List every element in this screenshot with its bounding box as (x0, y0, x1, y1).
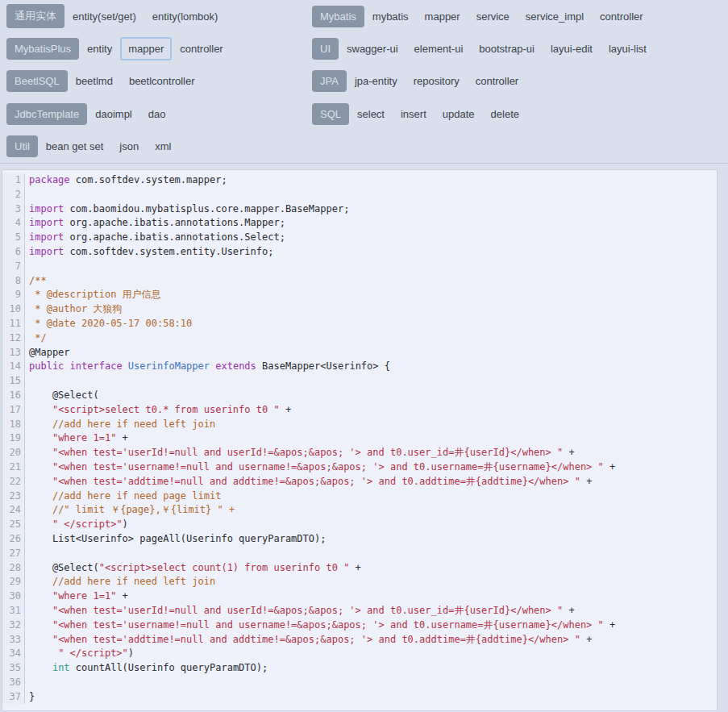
line-number: 17 (2, 403, 25, 418)
code-editor[interactable]: 1package com.softdev.system.mapper;23imp… (2, 170, 717, 704)
code-line: 26 List<Userinfo> pageAll(Userinfo query… (2, 532, 717, 547)
template-item[interactable]: mapper (417, 5, 468, 28)
code-line: 13@Mapper (2, 346, 717, 360)
code-line: 21 "<when test='username!=null and usern… (2, 460, 717, 475)
code-line: 23 //add here if need page limit (2, 489, 717, 504)
template-item[interactable]: insert (393, 102, 435, 126)
line-number: 27 (2, 547, 25, 561)
line-content: @Select( (25, 389, 99, 403)
line-number: 36 (2, 676, 25, 690)
template-item-selected[interactable]: mapper (120, 37, 172, 60)
template-item[interactable]: mybatis (364, 5, 417, 28)
line-content: */ (25, 331, 47, 346)
code-line: 16 @Select( (2, 389, 717, 403)
template-item[interactable]: entity (79, 37, 120, 60)
template-group: JdbcTemplatedaoimpldao (6, 98, 312, 130)
line-number: 16 (2, 389, 25, 403)
line-content: "<script>select t0.* from userinfo t0 " … (25, 403, 291, 418)
line-content: //add here if need left join (25, 418, 215, 432)
code-line: 28 @Select("<script>select count(1) from… (2, 561, 717, 576)
template-item[interactable]: service (468, 5, 518, 28)
line-number: 15 (2, 374, 25, 389)
line-number: 32 (2, 618, 25, 633)
template-group: MybatisPlusentitymappercontroller (6, 32, 312, 65)
line-content: "<when test='userId!=null and userId!=&a… (25, 446, 575, 460)
line-number: 13 (2, 346, 25, 360)
line-content: //add here if need left join (25, 575, 215, 589)
template-item[interactable]: layui-edit (543, 37, 601, 60)
template-item[interactable]: json (111, 135, 147, 158)
code-line: 11 * @date 2020-05-17 00:58:10 (2, 317, 717, 331)
code-line: 15 (2, 374, 717, 389)
code-line: 37} (2, 690, 717, 705)
toolbar-right-column: Mybatismybatismapperserviceservice_implc… (312, 0, 722, 163)
line-content: //" limit ￥{page},￥{limit} " + (25, 503, 235, 518)
line-number: 11 (2, 317, 25, 331)
template-group: UIswagger-uielement-uibootstrap-uilayui-… (312, 32, 722, 65)
template-item[interactable]: controller (592, 5, 651, 28)
template-toolbar: 通用实体entity(set/get)entity(lombok)Mybatis… (0, 0, 728, 164)
template-item[interactable]: beetlcontroller (121, 69, 203, 93)
template-item[interactable]: controller (172, 37, 231, 60)
template-group: SQLselectinsertupdatedelete (312, 98, 722, 130)
template-item[interactable]: element-ui (406, 37, 472, 60)
template-item[interactable]: dao (140, 102, 174, 126)
line-number: 19 (2, 431, 25, 446)
code-line: 31 "<when test='userId!=null and userId!… (2, 604, 717, 618)
group-label-button[interactable]: MybatisPlus (6, 38, 79, 60)
line-content: @Select("<script>select count(1) from us… (25, 561, 361, 576)
code-line: 12 */ (2, 331, 717, 346)
template-item[interactable]: service_impl (518, 5, 592, 28)
group-label-button[interactable]: UI (312, 38, 339, 60)
group-label-button[interactable]: SQL (312, 103, 349, 125)
template-item[interactable]: layui-list (601, 37, 655, 60)
line-content: "<when test='username!=null and username… (25, 618, 615, 633)
template-item[interactable]: beetlmd (68, 69, 121, 93)
line-content: int countAll(Userinfo queryParamDTO); (25, 661, 268, 676)
template-item[interactable]: bootstrap-ui (471, 37, 543, 60)
line-content (25, 188, 29, 202)
code-line: 6import com.softdev.system.entity.Userin… (2, 245, 717, 260)
group-label-button[interactable]: 通用实体 (6, 4, 64, 28)
template-item[interactable]: entity(lombok) (144, 5, 227, 28)
line-content: * @date 2020-05-17 00:58:10 (25, 317, 192, 331)
group-label-button[interactable]: JdbcTemplate (6, 103, 87, 125)
line-number: 8 (2, 274, 25, 289)
code-line: 3import com.baomidou.mybatisplus.core.ma… (2, 202, 717, 217)
group-label-button[interactable]: BeetlSQL (6, 70, 68, 92)
line-content: "where 1=1" + (25, 431, 128, 446)
template-item[interactable]: xml (147, 135, 179, 158)
code-line: 9 * @description 用户信息 (2, 288, 717, 302)
toolbar-left-column: 通用实体entity(set/get)entity(lombok)Mybatis… (6, 0, 312, 163)
template-item[interactable]: jpa-entity (347, 69, 406, 93)
template-item[interactable]: swagger-ui (339, 37, 406, 60)
template-item[interactable]: select (349, 102, 393, 126)
code-line: 18 //add here if need left join (2, 418, 717, 432)
line-content: import org.apache.ibatis.annotations.Sel… (25, 231, 285, 245)
template-item[interactable]: bean get set (38, 135, 112, 158)
line-content: * @author 大狼狗 (25, 302, 122, 317)
template-item[interactable]: repository (406, 69, 468, 93)
group-label-button[interactable]: Util (6, 135, 38, 157)
line-number: 29 (2, 575, 25, 589)
code-line: 22 "<when test='addtime!=null and addtim… (2, 475, 717, 489)
code-line: 14public interface UserinfoMapper extend… (2, 360, 717, 374)
line-content: import com.baomidou.mybatisplus.core.map… (25, 202, 349, 217)
template-item[interactable]: entity(set/get) (64, 5, 144, 28)
group-label-button[interactable]: JPA (312, 70, 347, 92)
line-content (25, 374, 29, 389)
code-line: 7 (2, 260, 717, 274)
code-line: 10 * @author 大狼狗 (2, 302, 717, 317)
template-item[interactable]: daoimpl (87, 102, 140, 126)
code-line: 35 int countAll(Userinfo queryParamDTO); (2, 661, 717, 676)
template-item[interactable]: controller (468, 69, 526, 93)
line-number: 28 (2, 561, 25, 576)
template-item[interactable]: delete (483, 102, 527, 126)
template-item[interactable]: update (435, 102, 483, 126)
group-label-button[interactable]: Mybatis (312, 6, 364, 27)
line-number: 25 (2, 518, 25, 532)
line-content: //add here if need page limit (25, 489, 221, 504)
line-number: 5 (2, 231, 25, 245)
line-number: 35 (2, 661, 25, 676)
code-line: 29 //add here if need left join (2, 575, 717, 589)
